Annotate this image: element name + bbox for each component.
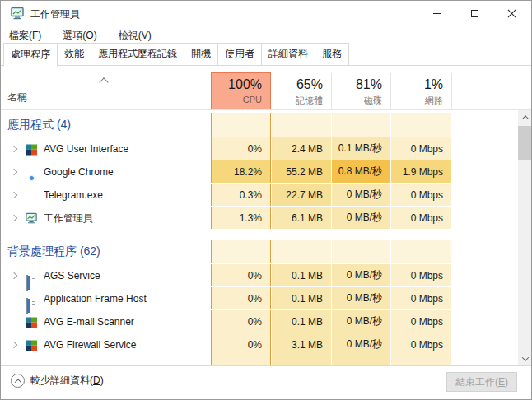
tab-processes[interactable]: 處理程序: [3, 43, 58, 67]
tab-details[interactable]: 詳細資料: [262, 43, 315, 66]
network-total-percent: 1%: [391, 77, 443, 93]
footer-bar: 較少詳細資料(D) 結束工作(E): [1, 365, 531, 400]
group-header-apps[interactable]: 應用程式 (4): [1, 113, 518, 137]
close-button[interactable]: [493, 1, 530, 26]
header-separator: [331, 73, 332, 109]
taskmgr-icon: [26, 212, 37, 224]
column-header-name[interactable]: 名稱: [7, 91, 27, 105]
expand-chevron-icon[interactable]: [11, 342, 17, 348]
column-header-memory[interactable]: 65% 記憶體: [272, 72, 331, 109]
chevron-up-icon: [521, 115, 528, 122]
avg-icon: [26, 317, 37, 328]
task-manager-window: 工作管理員 檔案(F) 選項(O) 檢視(V) 處理程序 效能 應用程式歷程記錄…: [0, 0, 532, 400]
tab-users[interactable]: 使用者: [218, 43, 262, 66]
table-row[interactable]: AGS Service 0% 0.1 MB 0 MB/秒 0 Mbps: [1, 264, 518, 287]
group-header-background[interactable]: 背景處理程序 (62): [1, 240, 518, 264]
close-icon: [507, 9, 516, 18]
group-gap: [1, 230, 518, 240]
sort-ascending-icon: [99, 77, 108, 86]
maximize-button[interactable]: [456, 1, 493, 26]
column-header-disk[interactable]: 81% 磁碟: [332, 72, 390, 109]
vertical-scrollbar[interactable]: [518, 110, 532, 365]
menu-item-view[interactable]: 檢視(V): [119, 29, 152, 43]
fewer-details-button[interactable]: 較少詳細資料(D): [11, 374, 104, 388]
expand-chevron-icon[interactable]: [11, 146, 17, 152]
memory-total-percent: 65%: [272, 77, 323, 93]
window-title: 工作管理員: [30, 7, 80, 21]
header-separator: [451, 73, 452, 109]
scroll-down-button[interactable]: [518, 351, 532, 365]
table-row[interactable]: AVG Firewall Service 0% 3.1 MB 0 MB/秒 0 …: [1, 333, 518, 356]
expand-chevron-icon[interactable]: [11, 215, 17, 221]
scroll-up-button[interactable]: [518, 110, 532, 124]
table-row[interactable]: Application Frame Host 0% 0.1 MB 0 MB/秒 …: [1, 287, 518, 310]
column-header-cpu[interactable]: 100% CPU: [211, 72, 271, 109]
avg-icon: [26, 144, 37, 155]
tab-app-history[interactable]: 應用程式歷程記錄: [91, 43, 184, 66]
table-row[interactable]: AVG User Interface 0% 2.4 MB 0.1 MB/秒 0 …: [1, 137, 518, 160]
scrollbar-thumb[interactable]: [518, 126, 532, 160]
end-task-button[interactable]: 結束工作(E): [446, 372, 517, 392]
title-bar: 工作管理員: [1, 1, 531, 26]
menu-item-file[interactable]: 檔案(F): [9, 29, 41, 43]
expand-chevron-icon[interactable]: [11, 169, 17, 175]
disk-total-percent: 81%: [332, 77, 382, 93]
cpu-total-percent: 100%: [212, 77, 262, 93]
collapse-circle-icon: [11, 374, 25, 388]
table-row[interactable]: AVG E-mail Scanner 0% 0.1 MB 0 MB/秒 0 Mb…: [1, 310, 518, 333]
maximize-icon: [471, 10, 478, 17]
minimize-button[interactable]: [418, 1, 455, 26]
minimize-icon: [433, 13, 441, 14]
process-list: 應用程式 (4) AVG User Interface 0% 2.4 MB 0.…: [1, 110, 518, 365]
task-manager-icon: [11, 7, 24, 20]
table-row-partial[interactable]: [1, 356, 518, 365]
expand-chevron-icon[interactable]: [11, 192, 17, 198]
header-separator: [390, 73, 391, 109]
menu-item-options[interactable]: 選項(O): [63, 29, 96, 43]
chevron-down-icon: [521, 354, 528, 360]
column-header-network[interactable]: 1% 網路: [391, 72, 451, 109]
table-row[interactable]: Google Chrome 18.2% 55.2 MB 0.8 MB/秒 1.9…: [1, 160, 518, 184]
column-header-row: 名稱 100% CPU 65% 記憶體 81% 磁碟 1% 網路: [1, 72, 531, 110]
avg-icon: [26, 340, 37, 351]
tab-bar: 處理程序 效能 應用程式歷程記錄 開機 使用者 詳細資料 服務: [1, 45, 531, 66]
tab-services[interactable]: 服務: [315, 43, 349, 66]
expand-chevron-icon[interactable]: [11, 272, 17, 279]
table-row[interactable]: Telegram.exe 0.3% 22.7 MB 0 MB/秒 0 Mbps: [1, 184, 518, 207]
table-row[interactable]: 工作管理員 1.3% 6.1 MB 0 MB/秒 0 Mbps: [1, 207, 518, 230]
tab-startup[interactable]: 開機: [184, 43, 218, 66]
tab-performance[interactable]: 效能: [58, 43, 91, 66]
